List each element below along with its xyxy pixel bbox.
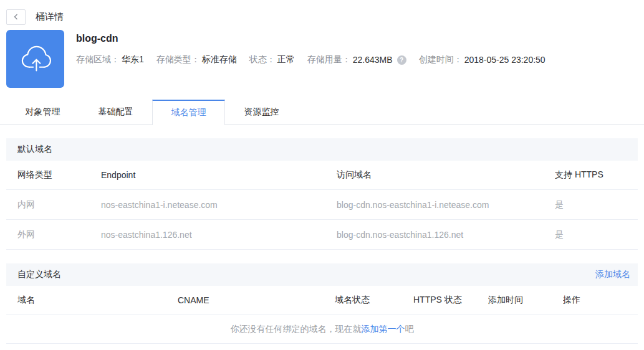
table-row: 内网nos-eastchina1-i.netease.comblog-cdn.n…	[6, 190, 638, 220]
table-cell: nos-eastchina1-i.netease.com	[101, 200, 337, 210]
page-title: 桶详情	[36, 11, 64, 23]
table-cell: 是	[555, 229, 638, 240]
bucket-cloud-upload-icon	[6, 30, 64, 88]
tab-basic-config[interactable]: 基础配置	[79, 100, 152, 125]
column-header: 访问域名	[337, 169, 555, 181]
tab-object-management[interactable]: 对象管理	[6, 100, 79, 125]
default-domain-section-title: 默认域名	[17, 144, 52, 155]
column-header: 操作	[563, 295, 638, 306]
info-label: 创建时间：	[419, 54, 463, 65]
bucket-header: blog-cdn 存储区域：华东1存储类型：标准存储状态：正常存储用量：22.6…	[6, 30, 638, 88]
table-cell: nos-eastchina1.126.net	[101, 230, 337, 240]
help-icon[interactable]: ?	[397, 55, 406, 65]
column-header: 支持 HTTPS	[555, 169, 638, 181]
info-value: 华东1	[122, 54, 144, 65]
info-value: 22.643MB	[353, 55, 393, 65]
column-header: 添加时间	[488, 295, 563, 306]
table-cell: 外网	[17, 229, 101, 240]
info-value: 2018-05-25 23:20:50	[464, 55, 545, 65]
info-value: 正常	[277, 54, 295, 65]
add-first-domain-link[interactable]: 添加第一个	[362, 324, 405, 335]
bucket-info-item: 存储类型：标准存储	[156, 54, 237, 65]
table-cell: blog-cdn.nos-eastchina1-i.netease.com	[337, 200, 555, 210]
tab-domain-management[interactable]: 域名管理	[152, 100, 225, 125]
bucket-info-item: 存储区域：华东1	[76, 54, 144, 65]
info-label: 存储类型：	[156, 54, 200, 65]
tab-bar: 对象管理基础配置域名管理资源监控	[0, 100, 644, 125]
bucket-summary: blog-cdn 存储区域：华东1存储类型：标准存储状态：正常存储用量：22.6…	[76, 30, 638, 65]
table-header-row: 网络类型Endpoint访问域名支持 HTTPS	[6, 161, 638, 190]
table-cell: 是	[555, 199, 638, 210]
table-header-row: 域名CNAME域名状态HTTPS 状态添加时间操作	[6, 286, 638, 315]
bucket-info-item: 存储用量：22.643MB?	[307, 54, 406, 65]
back-button[interactable]	[6, 9, 26, 25]
column-header: 域名	[17, 295, 178, 306]
info-label: 状态：	[249, 54, 276, 65]
add-domain-link[interactable]: 添加域名	[595, 269, 630, 280]
info-value: 标准存储	[202, 54, 237, 65]
empty-state-text-suffix: 吧	[405, 324, 414, 335]
bucket-info-row: 存储区域：华东1存储类型：标准存储状态：正常存储用量：22.643MB?创建时间…	[76, 54, 638, 65]
chevron-left-icon	[12, 13, 20, 21]
default-domain-table: 网络类型Endpoint访问域名支持 HTTPS内网nos-eastchina1…	[6, 161, 638, 250]
info-label: 存储用量：	[307, 54, 351, 65]
bucket-info-item: 状态：正常	[249, 54, 295, 65]
column-header: 域名状态	[335, 295, 413, 306]
custom-domain-section-bar: 自定义域名 添加域名	[6, 263, 638, 286]
bucket-info-item: 创建时间：2018-05-25 23:20:50	[419, 54, 545, 65]
bucket-name: blog-cdn	[76, 33, 638, 44]
empty-state-text: 你还没有任何绑定的域名，现在就	[231, 324, 362, 335]
info-label: 存储区域：	[76, 54, 120, 65]
table-row: 外网nos-eastchina1.126.netblog-cdn.nos-eas…	[6, 220, 638, 250]
column-header: 网络类型	[17, 169, 101, 181]
topbar: 桶详情	[0, 0, 644, 27]
table-cell: 内网	[17, 199, 101, 210]
default-domain-section-bar: 默认域名	[6, 138, 638, 161]
tab-resource-monitor[interactable]: 资源监控	[225, 100, 298, 125]
custom-domain-section-title: 自定义域名	[17, 269, 61, 280]
table-cell: blog-cdn.nos-eastchina1.126.net	[337, 230, 555, 240]
column-header: Endpoint	[101, 170, 337, 180]
column-header: CNAME	[178, 295, 335, 305]
custom-domain-table: 域名CNAME域名状态HTTPS 状态添加时间操作	[6, 286, 638, 315]
custom-domain-empty-state: 你还没有任何绑定的域名，现在就添加第一个吧	[6, 315, 638, 344]
column-header: HTTPS 状态	[413, 295, 488, 306]
